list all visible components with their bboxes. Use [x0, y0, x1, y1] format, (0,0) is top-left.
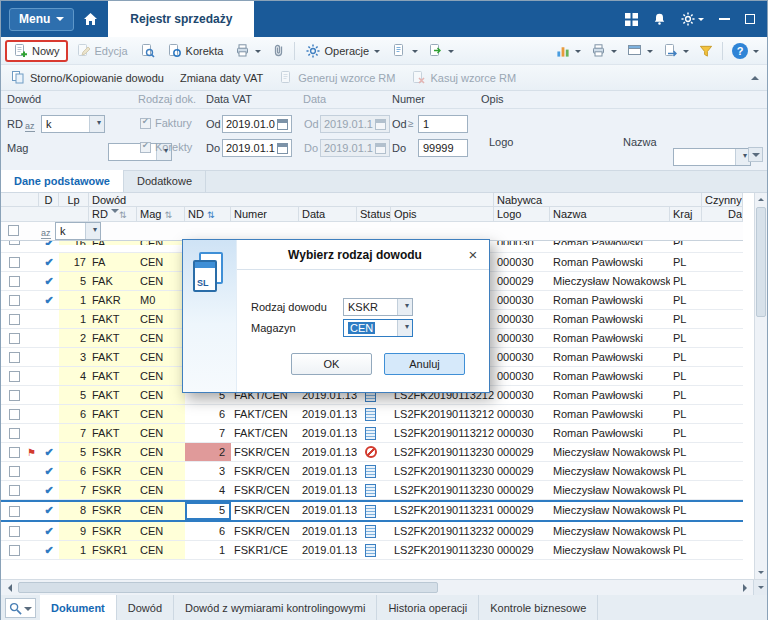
row-checkbox[interactable]	[9, 257, 20, 268]
cell-nd[interactable]: 6	[185, 522, 231, 540]
generuj-wzorce-button[interactable]: Generuj wzorce RM	[273, 67, 401, 89]
cell-d[interactable]: ✔	[39, 291, 59, 309]
cell-nazwa[interactable]: Roman Pawłowski	[550, 253, 670, 271]
cell-mag[interactable]: CEN	[137, 443, 185, 461]
cell-lp[interactable]: 5	[59, 443, 89, 461]
row-select-cell[interactable]	[1, 481, 27, 499]
cell-mag[interactable]: CEN	[137, 310, 185, 328]
cell-nd[interactable]: 7	[185, 424, 231, 442]
cell-czynny[interactable]	[702, 253, 743, 271]
home-button[interactable]	[83, 12, 98, 26]
header-nabywca-group[interactable]: Nabywca	[494, 193, 702, 207]
nowy-button[interactable]: Nowy	[5, 40, 68, 62]
grid-rd-filter-select[interactable]: k	[55, 222, 101, 240]
operacje-button[interactable]: Operacje	[300, 40, 386, 62]
row-select-cell[interactable]	[1, 310, 27, 328]
cell-mag[interactable]: CEN	[137, 522, 185, 540]
header-logo[interactable]: Logo	[494, 207, 550, 222]
table-row[interactable]: 7FAKTCEN7FAKT/CEN2019.01.13LS2FK20190113…	[1, 424, 743, 443]
row-select-cell[interactable]	[1, 462, 27, 480]
row-select-cell[interactable]	[1, 443, 27, 461]
cell-czynny[interactable]	[702, 522, 743, 540]
header-da[interactable]: Da	[702, 207, 743, 222]
select-all-checkbox[interactable]	[8, 225, 19, 236]
header-d[interactable]: D	[39, 193, 59, 207]
cell-czynny[interactable]	[702, 241, 743, 245]
cell-status[interactable]	[357, 522, 391, 540]
cell-rd[interactable]: FAKT	[89, 329, 137, 347]
cell-data[interactable]: 2019.01.13	[299, 522, 357, 540]
cell-opis[interactable]: LS2FK20190113230525	[391, 481, 494, 499]
cell-d[interactable]: ✔	[39, 253, 59, 271]
cell-rd[interactable]: FA	[89, 241, 137, 245]
cell-numer[interactable]: FSKR/CEN	[231, 443, 299, 461]
row-checkbox[interactable]	[9, 390, 20, 401]
bottom-tab-kontrole-biznesowe[interactable]: Kontrole biznesowe	[479, 595, 598, 620]
cell-czynny[interactable]	[702, 502, 743, 520]
storno-button[interactable]: Storno/Kopiowanie dowodu	[5, 67, 170, 89]
cell-mag[interactable]: CEN	[137, 253, 185, 271]
cell-d[interactable]: ✔	[39, 481, 59, 499]
cell-mag[interactable]: CEN	[137, 386, 185, 404]
cell-d[interactable]: ✔	[39, 272, 59, 290]
cell-rd[interactable]: FSKR	[89, 443, 137, 461]
cell-rd[interactable]: FAKT	[89, 424, 137, 442]
document-actions-button[interactable]	[388, 40, 422, 62]
cell-status[interactable]	[357, 443, 391, 461]
table-row[interactable]: ✔6FSKRCEN3FSKR/CEN2019.01.13LS2FK2019011…	[1, 462, 743, 481]
faktury-checkbox[interactable]: Faktury	[140, 117, 192, 129]
cell-nazwa[interactable]: Roman Pawłowski	[550, 291, 670, 309]
cell-nd[interactable]: 2	[185, 443, 231, 461]
cell-logo[interactable]: 000029	[494, 522, 550, 540]
cell-kraj[interactable]: PL	[670, 424, 702, 442]
table-row[interactable]: ✔1FSKR1CEN1FSKR1/CE2019.01.13LS2FK201901…	[1, 541, 743, 560]
header-rd[interactable]: RD ⇅	[89, 207, 137, 222]
row-select-cell[interactable]	[1, 367, 27, 385]
collapse-filters-button[interactable]	[747, 70, 763, 86]
cell-rd[interactable]: FSKR	[89, 462, 137, 480]
settings-button[interactable]	[681, 12, 704, 26]
cell-numer[interactable]: FSKR/CEN	[231, 481, 299, 499]
korekta-button[interactable]: Korekta	[161, 40, 230, 62]
zmiana-daty-vat-button[interactable]: Zmiana daty VAT	[174, 67, 269, 89]
cell-czynny[interactable]	[702, 291, 743, 309]
row-checkbox[interactable]	[9, 506, 20, 517]
cell-nd[interactable]: 4	[185, 481, 231, 499]
cell-d[interactable]: ✔	[39, 241, 59, 245]
cell-mag[interactable]: CEN	[137, 541, 185, 559]
cell-kraj[interactable]: PL	[670, 386, 702, 404]
row-checkbox[interactable]	[9, 409, 20, 420]
grid-options-button[interactable]	[753, 580, 767, 595]
cell-czynny[interactable]	[702, 348, 743, 366]
anuluj-button[interactable]: Anuluj	[384, 353, 465, 375]
cell-mag[interactable]: CEN	[137, 367, 185, 385]
rodzaj-dowodu-select[interactable]: KSKR	[343, 298, 413, 316]
header-opis[interactable]: Opis	[391, 207, 494, 222]
cell-czynny[interactable]	[702, 386, 743, 404]
cell-czynny[interactable]	[702, 462, 743, 480]
cell-data[interactable]: 2019.01.13	[299, 443, 357, 461]
row-select-cell[interactable]	[1, 348, 27, 366]
cell-numer[interactable]: FSKR/CEN	[231, 462, 299, 480]
cell-logo[interactable]: 000029	[494, 272, 550, 290]
cell-logo[interactable]: 000030	[494, 291, 550, 309]
cell-logo[interactable]: 000029	[494, 502, 550, 520]
row-checkbox[interactable]	[9, 526, 20, 537]
scroll-right-button[interactable]	[737, 580, 753, 595]
cell-lp[interactable]: 16	[59, 241, 89, 245]
cell-d[interactable]: ✔	[39, 522, 59, 540]
cell-d[interactable]	[39, 329, 59, 347]
header-nd[interactable]: ND ⇅	[185, 207, 231, 222]
cell-kraj[interactable]: PL	[670, 367, 702, 385]
table-row[interactable]: ✔7FSKRCEN4FSKR/CEN2019.01.13LS2FK2019011…	[1, 481, 743, 500]
header-kraj[interactable]: Kraj	[670, 207, 702, 222]
cell-logo[interactable]: 000030	[494, 241, 550, 245]
cell-lp[interactable]: 7	[59, 481, 89, 499]
cell-lp[interactable]: 1	[59, 291, 89, 309]
cell-mag[interactable]: CEN	[137, 241, 185, 245]
row-checkbox[interactable]	[9, 447, 20, 458]
row-select-cell[interactable]	[1, 253, 27, 271]
bottom-tab-historia-operacji[interactable]: Historia operacji	[377, 595, 479, 620]
cell-data[interactable]: 2019.01.13	[299, 424, 357, 442]
vertical-scrollbar[interactable]	[754, 193, 767, 579]
